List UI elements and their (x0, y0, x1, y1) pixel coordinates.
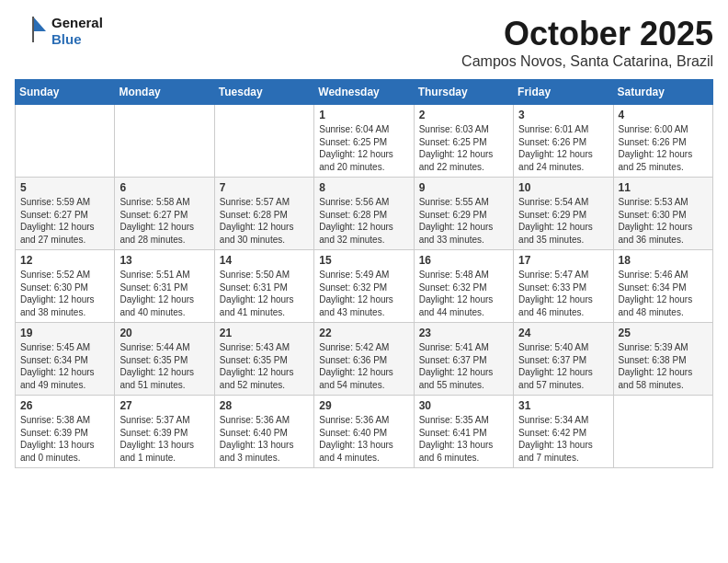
day-number: 17 (518, 254, 608, 267)
day-info: Sunrise: 5:54 AM Sunset: 6:29 PM Dayligh… (518, 196, 608, 246)
day-info: Sunrise: 5:45 AM Sunset: 6:34 PM Dayligh… (20, 341, 109, 391)
calendar-cell (115, 105, 214, 178)
week-row-1: 5Sunrise: 5:59 AM Sunset: 6:27 PM Daylig… (16, 178, 713, 250)
calendar-cell: 19Sunrise: 5:45 AM Sunset: 6:34 PM Dayli… (16, 323, 115, 396)
day-number: 22 (319, 327, 408, 339)
day-number: 29 (319, 399, 408, 412)
day-info: Sunrise: 5:47 AM Sunset: 6:33 PM Dayligh… (518, 269, 608, 318)
weekday-header-thursday: Thursday (414, 80, 513, 105)
day-info: Sunrise: 5:38 AM Sunset: 6:39 PM Dayligh… (20, 414, 109, 464)
day-info: Sunrise: 5:43 AM Sunset: 6:35 PM Dayligh… (220, 341, 309, 391)
day-info: Sunrise: 5:57 AM Sunset: 6:28 PM Dayligh… (220, 196, 309, 246)
day-info: Sunrise: 6:04 AM Sunset: 6:25 PM Dayligh… (319, 123, 408, 173)
svg-marker-0 (33, 17, 46, 31)
page-header: GeneralBlue October 2025 Campos Novos, S… (15, 15, 713, 70)
day-number: 7 (220, 181, 309, 194)
day-info: Sunrise: 5:48 AM Sunset: 6:32 PM Dayligh… (419, 269, 508, 318)
calendar-cell (214, 105, 313, 178)
calendar-table: SundayMondayTuesdayWednesdayThursdayFrid… (15, 79, 713, 468)
calendar-cell: 10Sunrise: 5:54 AM Sunset: 6:29 PM Dayli… (514, 178, 613, 250)
weekday-header-saturday: Saturday (613, 80, 712, 105)
calendar-cell: 1Sunrise: 6:04 AM Sunset: 6:25 PM Daylig… (314, 105, 414, 178)
calendar-cell: 28Sunrise: 5:36 AM Sunset: 6:40 PM Dayli… (214, 396, 313, 468)
calendar-cell: 6Sunrise: 5:58 AM Sunset: 6:27 PM Daylig… (115, 178, 214, 250)
day-info: Sunrise: 5:55 AM Sunset: 6:29 PM Dayligh… (419, 196, 508, 246)
calendar-cell: 24Sunrise: 5:40 AM Sunset: 6:37 PM Dayli… (514, 323, 613, 396)
day-number: 2 (419, 109, 508, 121)
day-number: 25 (619, 327, 708, 339)
day-info: Sunrise: 5:40 AM Sunset: 6:37 PM Dayligh… (518, 341, 608, 391)
calendar-cell: 20Sunrise: 5:44 AM Sunset: 6:35 PM Dayli… (115, 323, 214, 396)
day-info: Sunrise: 5:34 AM Sunset: 6:42 PM Dayligh… (518, 414, 608, 464)
month-title: October 2025 (461, 15, 713, 53)
day-info: Sunrise: 5:58 AM Sunset: 6:27 PM Dayligh… (119, 196, 209, 246)
calendar-cell: 13Sunrise: 5:51 AM Sunset: 6:31 PM Dayli… (115, 250, 214, 323)
logo: GeneralBlue (15, 15, 103, 48)
day-number: 11 (619, 181, 708, 194)
day-number: 26 (20, 399, 109, 412)
day-info: Sunrise: 6:03 AM Sunset: 6:25 PM Dayligh… (419, 123, 508, 173)
day-number: 18 (619, 254, 708, 267)
day-info: Sunrise: 5:44 AM Sunset: 6:35 PM Dayligh… (119, 341, 209, 391)
weekday-header-friday: Friday (514, 80, 613, 105)
weekday-header-sunday: Sunday (16, 80, 115, 105)
day-number: 20 (119, 327, 209, 339)
day-number: 23 (419, 327, 508, 339)
weekday-header-wednesday: Wednesday (314, 80, 414, 105)
calendar-cell: 27Sunrise: 5:37 AM Sunset: 6:39 PM Dayli… (115, 396, 214, 468)
day-number: 5 (20, 181, 109, 194)
weekday-header-monday: Monday (115, 80, 214, 105)
day-number: 24 (518, 327, 608, 339)
logo-svg (15, 15, 48, 48)
day-info: Sunrise: 5:39 AM Sunset: 6:38 PM Dayligh… (619, 341, 708, 391)
calendar-cell: 30Sunrise: 5:35 AM Sunset: 6:41 PM Dayli… (414, 396, 513, 468)
day-number: 16 (419, 254, 508, 267)
calendar-cell (16, 105, 115, 178)
day-number: 31 (518, 399, 608, 412)
day-number: 13 (119, 254, 209, 267)
day-info: Sunrise: 5:52 AM Sunset: 6:30 PM Dayligh… (20, 269, 109, 318)
day-info: Sunrise: 6:01 AM Sunset: 6:26 PM Dayligh… (518, 123, 608, 173)
weekday-header-row: SundayMondayTuesdayWednesdayThursdayFrid… (16, 80, 713, 105)
day-info: Sunrise: 5:37 AM Sunset: 6:39 PM Dayligh… (119, 414, 209, 464)
calendar-cell: 4Sunrise: 6:00 AM Sunset: 6:26 PM Daylig… (613, 105, 712, 178)
week-row-4: 26Sunrise: 5:38 AM Sunset: 6:39 PM Dayli… (16, 396, 713, 468)
calendar-cell: 7Sunrise: 5:57 AM Sunset: 6:28 PM Daylig… (214, 178, 313, 250)
day-number: 15 (319, 254, 408, 267)
calendar-cell: 25Sunrise: 5:39 AM Sunset: 6:38 PM Dayli… (613, 323, 712, 396)
calendar-cell: 21Sunrise: 5:43 AM Sunset: 6:35 PM Dayli… (214, 323, 313, 396)
calendar-cell: 9Sunrise: 5:55 AM Sunset: 6:29 PM Daylig… (414, 178, 513, 250)
day-number: 21 (220, 327, 309, 339)
calendar-cell: 5Sunrise: 5:59 AM Sunset: 6:27 PM Daylig… (16, 178, 115, 250)
day-info: Sunrise: 5:36 AM Sunset: 6:40 PM Dayligh… (220, 414, 309, 464)
day-number: 4 (619, 109, 708, 121)
day-info: Sunrise: 5:35 AM Sunset: 6:41 PM Dayligh… (419, 414, 508, 464)
day-number: 8 (319, 181, 408, 194)
calendar-cell: 3Sunrise: 6:01 AM Sunset: 6:26 PM Daylig… (514, 105, 613, 178)
day-info: Sunrise: 5:36 AM Sunset: 6:40 PM Dayligh… (319, 414, 408, 464)
calendar-cell: 17Sunrise: 5:47 AM Sunset: 6:33 PM Dayli… (514, 250, 613, 323)
calendar-cell: 29Sunrise: 5:36 AM Sunset: 6:40 PM Dayli… (314, 396, 414, 468)
calendar-cell (613, 396, 712, 468)
day-number: 28 (220, 399, 309, 412)
title-block: October 2025 Campos Novos, Santa Catarin… (461, 15, 713, 70)
day-number: 27 (119, 399, 209, 412)
week-row-3: 19Sunrise: 5:45 AM Sunset: 6:34 PM Dayli… (16, 323, 713, 396)
calendar-cell: 2Sunrise: 6:03 AM Sunset: 6:25 PM Daylig… (414, 105, 513, 178)
calendar-cell: 12Sunrise: 5:52 AM Sunset: 6:30 PM Dayli… (16, 250, 115, 323)
calendar-cell: 18Sunrise: 5:46 AM Sunset: 6:34 PM Dayli… (613, 250, 712, 323)
svg-rect-1 (32, 17, 34, 42)
week-row-0: 1Sunrise: 6:04 AM Sunset: 6:25 PM Daylig… (16, 105, 713, 178)
logo-text-general: General (51, 15, 103, 31)
calendar-cell: 14Sunrise: 5:50 AM Sunset: 6:31 PM Dayli… (214, 250, 313, 323)
weekday-header-tuesday: Tuesday (214, 80, 313, 105)
day-info: Sunrise: 5:41 AM Sunset: 6:37 PM Dayligh… (419, 341, 508, 391)
day-number: 14 (220, 254, 309, 267)
day-info: Sunrise: 5:51 AM Sunset: 6:31 PM Dayligh… (119, 269, 209, 318)
calendar-cell: 15Sunrise: 5:49 AM Sunset: 6:32 PM Dayli… (314, 250, 414, 323)
week-row-2: 12Sunrise: 5:52 AM Sunset: 6:30 PM Dayli… (16, 250, 713, 323)
day-info: Sunrise: 5:53 AM Sunset: 6:30 PM Dayligh… (619, 196, 708, 246)
day-number: 1 (319, 109, 408, 121)
day-number: 6 (119, 181, 209, 194)
day-number: 30 (419, 399, 508, 412)
